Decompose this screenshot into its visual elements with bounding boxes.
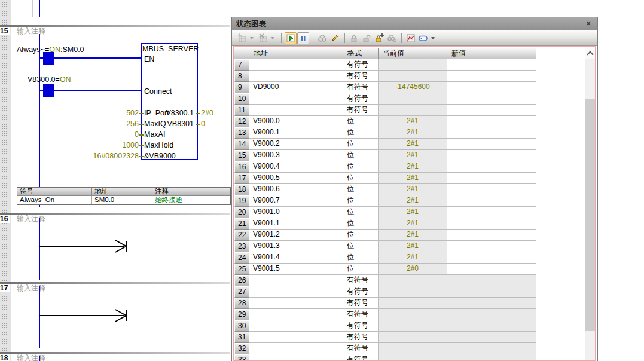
close-icon[interactable]: ×: [584, 19, 593, 29]
network-16-comment[interactable]: 输入注释: [17, 215, 45, 223]
format-cell[interactable]: 位: [343, 150, 379, 161]
row-number-cell[interactable]: 12: [234, 116, 249, 127]
format-cell[interactable]: 位: [343, 184, 379, 195]
new-value-cell[interactable]: [447, 59, 536, 71]
row-number-cell[interactable]: 19: [234, 195, 249, 207]
address-cell[interactable]: [249, 286, 343, 298]
current-value-column-header[interactable]: 当前值: [379, 48, 447, 59]
format-cell[interactable]: 有符号: [343, 354, 379, 361]
write-values-button[interactable]: [329, 32, 341, 44]
address-cell[interactable]: V9001.2: [249, 230, 343, 241]
address-cell[interactable]: V9000.2: [249, 139, 343, 150]
format-cell[interactable]: 位: [343, 116, 379, 127]
current-value-cell[interactable]: 2#1: [379, 241, 447, 252]
new-value-cell[interactable]: [447, 82, 536, 93]
current-value-cell[interactable]: [379, 309, 447, 320]
address-cell[interactable]: V9000.3: [249, 150, 343, 161]
address-cell[interactable]: V9000.1: [249, 127, 343, 139]
format-cell[interactable]: 位: [343, 161, 379, 173]
address-cell[interactable]: [249, 59, 343, 71]
row-number-cell[interactable]: 9: [234, 82, 249, 93]
current-value-cell[interactable]: 2#1: [379, 230, 447, 241]
new-value-cell[interactable]: [447, 218, 536, 230]
row-number-cell[interactable]: 26: [234, 275, 249, 286]
read-all-forced-button[interactable]: [386, 32, 398, 44]
new-value-cell[interactable]: [447, 116, 536, 127]
row-number-cell[interactable]: 17: [234, 173, 249, 184]
format-cell[interactable]: 有符号: [343, 332, 379, 343]
delete-chart-dropdown-icon[interactable]: [271, 37, 274, 39]
new-value-cell[interactable]: [447, 264, 536, 275]
new-value-cell[interactable]: [447, 150, 536, 161]
row-number-cell[interactable]: 8: [234, 71, 249, 82]
current-value-cell[interactable]: 2#1: [379, 252, 447, 264]
row-number-cell[interactable]: 24: [234, 252, 249, 264]
address-cell[interactable]: VD9000: [249, 82, 343, 93]
network-17-comment[interactable]: 输入注释: [17, 284, 45, 292]
format-cell[interactable]: 有符号: [343, 93, 379, 105]
current-value-cell[interactable]: 2#1: [379, 207, 447, 218]
new-value-cell[interactable]: [447, 320, 536, 332]
format-cell[interactable]: 有符号: [343, 105, 379, 116]
current-value-cell[interactable]: 2#1: [379, 150, 447, 161]
format-cell[interactable]: 位: [343, 139, 379, 150]
contact-1-energized[interactable]: [44, 52, 53, 65]
address-cell[interactable]: [249, 320, 343, 332]
address-cell[interactable]: [249, 354, 343, 361]
current-value-cell[interactable]: 2#1: [379, 116, 447, 127]
mbus-server-block[interactable]: MBUS_SERVER EN Connect 502 IP_Port: [141, 43, 198, 160]
format-cell[interactable]: 位: [343, 173, 379, 184]
row-number-cell[interactable]: 25: [234, 264, 249, 275]
current-value-cell[interactable]: [379, 93, 447, 105]
row-number-cell[interactable]: 14: [234, 139, 249, 150]
format-cell[interactable]: 有符号: [343, 286, 379, 298]
address-cell[interactable]: [249, 343, 343, 354]
new-value-cell[interactable]: [447, 139, 536, 150]
empty-network-arrow[interactable]: [39, 238, 129, 254]
new-chart-dropdown-icon[interactable]: [250, 37, 254, 39]
new-value-cell[interactable]: [447, 93, 536, 105]
scroll-up-icon[interactable]: [585, 47, 595, 59]
current-value-cell[interactable]: [379, 343, 447, 354]
current-value-cell[interactable]: [379, 59, 447, 71]
format-column-header[interactable]: 格式: [343, 48, 379, 59]
address-cell[interactable]: V9001.0: [249, 207, 343, 218]
symbolic-tag-dropdown-icon[interactable]: [431, 37, 435, 39]
current-value-cell[interactable]: [379, 332, 447, 343]
address-cell[interactable]: V9001.1: [249, 218, 343, 230]
new-value-cell[interactable]: [447, 161, 536, 173]
row-number-cell[interactable]: 21: [234, 218, 249, 230]
row-number-cell[interactable]: 27: [234, 286, 249, 298]
current-value-cell[interactable]: [379, 71, 447, 82]
new-chart-button[interactable]: [236, 32, 248, 44]
unforce-button[interactable]: [361, 32, 373, 44]
current-value-cell[interactable]: [379, 354, 447, 361]
current-value-cell[interactable]: [379, 275, 447, 286]
format-cell[interactable]: 有符号: [343, 71, 379, 82]
row-number-cell[interactable]: 10: [234, 93, 249, 105]
current-value-cell[interactable]: 2#0: [379, 264, 447, 275]
new-value-cell[interactable]: [447, 298, 536, 309]
new-value-cell[interactable]: [447, 105, 536, 116]
current-value-cell[interactable]: 2#1: [379, 173, 447, 184]
address-cell[interactable]: [249, 71, 343, 82]
trend-view-button[interactable]: [405, 32, 417, 44]
unforce-all-button[interactable]: [373, 32, 385, 44]
format-cell[interactable]: 位: [343, 241, 379, 252]
row-number-cell[interactable]: 16: [234, 161, 249, 173]
new-value-cell[interactable]: [447, 241, 536, 252]
symbolic-tag-button[interactable]: [417, 32, 429, 44]
new-value-cell[interactable]: [447, 127, 536, 139]
pause-chart-button[interactable]: [297, 32, 309, 44]
new-value-cell[interactable]: [447, 184, 536, 195]
new-value-cell[interactable]: [447, 343, 536, 354]
format-cell[interactable]: 位: [343, 264, 379, 275]
new-value-cell[interactable]: [447, 195, 536, 207]
row-number-cell[interactable]: 7: [234, 59, 249, 71]
current-value-cell[interactable]: -14745600: [379, 82, 447, 93]
format-cell[interactable]: 位: [343, 252, 379, 264]
current-value-cell[interactable]: 2#1: [379, 195, 447, 207]
network-15-comment[interactable]: 输入注释: [17, 27, 45, 35]
vertical-scrollbar[interactable]: [585, 47, 595, 360]
address-cell[interactable]: [249, 93, 343, 105]
